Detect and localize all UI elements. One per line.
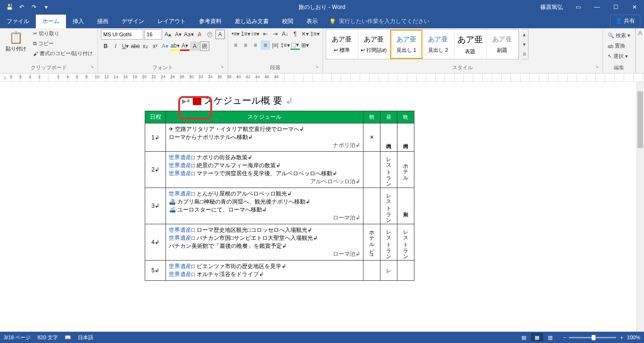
- subscript-button[interactable]: x₂: [140, 41, 150, 51]
- zoom-control: − ＋ 100%: [563, 334, 640, 341]
- close-button[interactable]: ✕: [625, 0, 644, 14]
- select-button[interactable]: ↖選択 ▾: [606, 52, 632, 61]
- shrink-font-button[interactable]: A▾: [173, 30, 183, 39]
- redo-button[interactable]: ↷: [28, 1, 40, 13]
- page-indicator[interactable]: 3/18 ページ: [4, 334, 31, 341]
- justify-button[interactable]: ≡: [261, 41, 270, 50]
- font-name-input[interactable]: [101, 29, 143, 40]
- launcher-icon[interactable]: ↘: [315, 64, 319, 69]
- launcher-icon[interactable]: ↘: [220, 64, 224, 69]
- tab-review[interactable]: 校閲: [275, 15, 300, 28]
- tab-home[interactable]: ホーム: [36, 15, 66, 28]
- meal-cell: [363, 188, 380, 224]
- tab-file[interactable]: ファイル: [0, 15, 36, 28]
- align-center-button[interactable]: ≡: [241, 41, 250, 50]
- replace-button[interactable]: ab置換: [606, 41, 632, 50]
- numbering-button[interactable]: 1≡▾: [241, 29, 250, 39]
- ribbon-options-icon[interactable]: ▭: [569, 0, 587, 14]
- style-normal[interactable]: あア亜↩ 標準: [326, 30, 358, 59]
- bold-button[interactable]: B: [101, 41, 110, 51]
- format-painter-button[interactable]: 🖌書式のコピー/貼り付け: [31, 49, 95, 58]
- show-marks-button[interactable]: ¶: [290, 29, 300, 39]
- tab-mailings[interactable]: 差し込み文書: [228, 15, 275, 28]
- phonetic-guide-button[interactable]: ㋐: [205, 30, 215, 39]
- th-day: 日程: [145, 111, 166, 123]
- shading-button[interactable]: ⬚▾: [290, 41, 300, 50]
- word-count[interactable]: 820 文字: [37, 334, 58, 341]
- tab-design[interactable]: デザイン: [115, 15, 151, 28]
- style-heading2[interactable]: あア亜見出し 2: [422, 30, 454, 59]
- increase-indent-button[interactable]: ⇥: [271, 29, 280, 39]
- style-subtitle[interactable]: あア亜副題: [487, 30, 519, 59]
- find-button[interactable]: 🔍検索 ▾: [606, 31, 632, 40]
- minimize-button[interactable]: —: [587, 0, 606, 14]
- tab-layout[interactable]: レイアウト: [151, 15, 192, 28]
- zoom-in-button[interactable]: ＋: [619, 334, 624, 341]
- clear-format-button[interactable]: A̷: [195, 30, 204, 39]
- change-case-button[interactable]: Aa▾: [184, 30, 194, 39]
- share-button[interactable]: 👤 共有: [610, 15, 640, 27]
- tell-me-input[interactable]: 💡実行したい作業を入力してください: [324, 15, 434, 28]
- zoom-slider[interactable]: [569, 337, 616, 338]
- borders-button[interactable]: ⊞▾: [300, 41, 310, 50]
- meal-cell: [363, 152, 380, 188]
- grow-font-button[interactable]: A▴: [163, 30, 173, 39]
- language-indicator[interactable]: 日本語: [78, 334, 93, 341]
- schedule-cell: 世界遺産□ ナポリの街並み散策↲世界遺産□ 絶景のアマルフィー海岸の散策↲世界遺…: [166, 152, 363, 188]
- enclose-char-button[interactable]: A: [215, 30, 225, 39]
- scroll-thumb[interactable]: [637, 91, 643, 148]
- read-mode-button[interactable]: ▤: [518, 333, 530, 342]
- text-effects-button[interactable]: A▾: [160, 41, 170, 51]
- paste-button[interactable]: 📋 貼り付け: [3, 29, 29, 54]
- font-size-input[interactable]: [144, 29, 162, 40]
- asian-layout-button[interactable]: ✕▾: [300, 29, 310, 39]
- cut-button[interactable]: ✂切り取り: [31, 29, 95, 38]
- launcher-icon[interactable]: ↘: [90, 64, 94, 69]
- italic-button[interactable]: I: [111, 41, 120, 51]
- print-layout-button[interactable]: ▦: [531, 333, 543, 342]
- tab-view[interactable]: 表示: [300, 15, 324, 28]
- char-shading-button[interactable]: A: [190, 41, 199, 51]
- style-gallery[interactable]: あア亜↩ 標準 あア亜↩ 行間詰め あア亜見出し 1 あア亜見出し 2 あア亜表…: [326, 29, 519, 59]
- copy-button[interactable]: ⧉コピー: [31, 39, 95, 48]
- vertical-scrollbar[interactable]: [636, 82, 644, 335]
- maximize-button[interactable]: ☐: [606, 0, 625, 14]
- horizontal-ruler[interactable]: 8642246810121416182022242628303234363840…: [11, 74, 644, 82]
- web-layout-button[interactable]: ▥: [544, 333, 556, 342]
- char-border-button[interactable]: 囲: [200, 41, 209, 51]
- line-spacing-button[interactable]: ‡≡▾: [310, 29, 320, 39]
- launcher-icon[interactable]: ↘: [595, 64, 599, 69]
- meal-cell: レストラン: [397, 224, 414, 261]
- collapse-ribbon-button[interactable]: ᐱ: [636, 28, 644, 73]
- style-heading1[interactable]: あア亜見出し 1: [390, 30, 422, 59]
- font-color-button[interactable]: A▾: [180, 41, 190, 51]
- strike-button[interactable]: abc: [131, 41, 140, 51]
- superscript-button[interactable]: x²: [150, 41, 160, 51]
- undo-button[interactable]: ↶: [16, 1, 27, 13]
- align-right-button[interactable]: ≡: [251, 41, 260, 50]
- user-name[interactable]: 篠原篤弘: [535, 3, 569, 11]
- highlight-button[interactable]: ab▾: [170, 41, 180, 51]
- bullets-button[interactable]: •≡▾: [231, 29, 240, 39]
- underline-button[interactable]: U▾: [121, 41, 130, 51]
- save-button[interactable]: 💾: [4, 1, 15, 13]
- zoom-percent[interactable]: 100%: [627, 335, 640, 340]
- tab-references[interactable]: 参考資料: [192, 15, 228, 28]
- zoom-out-button[interactable]: −: [563, 335, 566, 340]
- multilevel-button[interactable]: ⁞≡▾: [251, 29, 260, 39]
- spell-check-icon[interactable]: 📖: [65, 335, 71, 341]
- line-spacing2-button[interactable]: ‡≡▾: [281, 41, 290, 50]
- style-title[interactable]: あア亜表題: [454, 30, 487, 59]
- style-no-spacing[interactable]: あア亜↩ 行間詰め: [358, 30, 390, 59]
- distribute-button[interactable]: |≡|: [271, 41, 280, 50]
- document-canvas[interactable]: ▸• スケジュール概 要↲ 日程 スケジュール 朝 昼 晩 1↲✈ 空路アリタリ…: [0, 82, 644, 335]
- decrease-indent-button[interactable]: ⇤: [261, 29, 270, 39]
- search-icon: 🔍: [608, 33, 614, 39]
- meal-cell: 機内: [380, 123, 397, 152]
- tab-insert[interactable]: 挿入: [66, 15, 91, 28]
- align-left-button[interactable]: ≡: [231, 41, 240, 50]
- sort-button[interactable]: A↓: [281, 29, 290, 39]
- qat-customize[interactable]: ▾: [41, 1, 52, 13]
- tab-draw[interactable]: 描画: [91, 15, 115, 28]
- style-gallery-more[interactable]: ▴▾≡: [521, 29, 528, 59]
